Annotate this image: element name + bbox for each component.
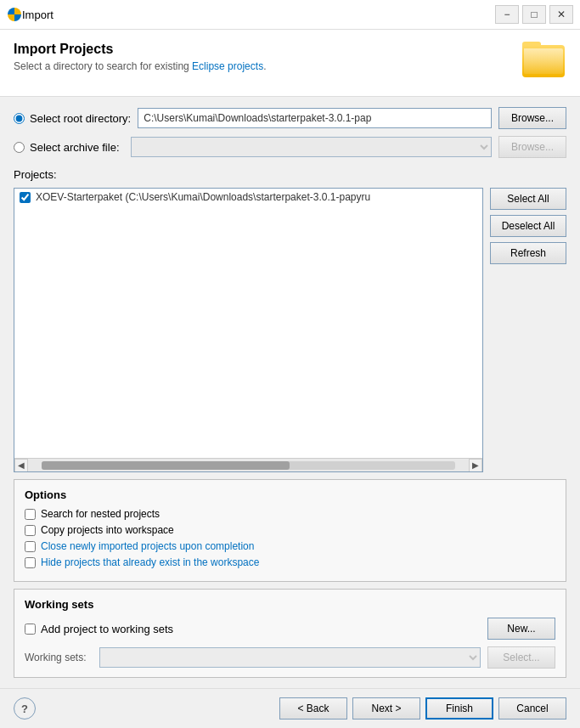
add-working-sets-row: Add project to working sets New...	[25, 618, 555, 640]
root-directory-input[interactable]	[138, 108, 492, 128]
select-all-button[interactable]: Select All	[490, 188, 566, 210]
root-directory-radio[interactable]	[14, 113, 25, 124]
root-directory-radio-label[interactable]: Select root directory:	[14, 112, 131, 125]
project-label: XOEV-Starterpaket (C:\Users\Kumai\Downlo…	[36, 191, 370, 203]
header-text: Import Projects Select a directory to se…	[14, 42, 514, 72]
refresh-button[interactable]: Refresh	[490, 242, 566, 264]
new-working-set-button[interactable]: New...	[487, 618, 555, 640]
title-bar: Import − □ ✕	[0, 0, 580, 30]
hide-projects-label: Hide projects that already exist in the …	[41, 556, 259, 568]
projects-list[interactable]: XOEV-Starterpaket (C:\Users\Kumai\Downlo…	[14, 189, 482, 458]
archive-file-browse-button[interactable]: Browse...	[498, 136, 566, 158]
projects-label: Projects:	[14, 168, 566, 181]
nested-projects-checkbox[interactable]	[25, 509, 36, 520]
dialog-body: Import Projects Select a directory to se…	[0, 30, 580, 728]
archive-file-radio[interactable]	[14, 142, 25, 153]
working-sets-label: Working sets:	[25, 652, 93, 663]
projects-list-container: XOEV-Starterpaket (C:\Users\Kumai\Downlo…	[14, 188, 483, 472]
footer-buttons: < Back Next > Finish Cancel	[279, 697, 566, 720]
working-sets-select-row: Working sets: Select...	[25, 646, 555, 669]
add-working-sets-checkbox[interactable]	[25, 624, 36, 635]
back-button[interactable]: < Back	[279, 697, 347, 720]
working-sets-combo[interactable]	[99, 647, 481, 668]
dialog-footer: ? < Back Next > Finish Cancel	[0, 688, 580, 728]
nested-projects-row: Search for nested projects	[25, 508, 555, 520]
options-title: Options	[25, 488, 555, 501]
minimize-button[interactable]: −	[495, 5, 519, 24]
app-icon	[7, 7, 22, 22]
archive-file-label: Select archive file:	[30, 141, 120, 154]
close-projects-checkbox[interactable]	[25, 541, 36, 552]
root-directory-row: Select root directory: Browse...	[14, 107, 566, 129]
options-section: Options Search for nested projects Copy …	[14, 479, 566, 582]
copy-projects-row: Copy projects into workspace	[25, 524, 555, 536]
maximize-button[interactable]: □	[522, 5, 546, 24]
archive-file-radio-label[interactable]: Select archive file:	[14, 141, 124, 154]
horizontal-scrollbar[interactable]: ◀ ▶	[14, 458, 482, 471]
dialog-content: Select root directory: Browse... Select …	[0, 97, 580, 688]
projects-buttons: Select All Deselect All Refresh	[490, 188, 566, 472]
header-folder-icon	[522, 42, 566, 86]
table-row: XOEV-Starterpaket (C:\Users\Kumai\Downlo…	[14, 189, 482, 206]
working-sets-section: Working sets Add project to working sets…	[14, 589, 566, 678]
help-button[interactable]: ?	[14, 697, 36, 720]
add-working-sets-label: Add project to working sets	[41, 623, 173, 635]
archive-file-row: Select archive file: Browse...	[14, 136, 566, 158]
finish-button[interactable]: Finish	[425, 697, 493, 720]
close-projects-row: Close newly imported projects upon compl…	[25, 540, 555, 552]
archive-file-combo[interactable]	[131, 137, 492, 157]
close-projects-label: Close newly imported projects upon compl…	[41, 540, 254, 552]
scroll-right-arrow[interactable]: ▶	[469, 459, 482, 472]
dialog-header: Import Projects Select a directory to se…	[0, 30, 580, 97]
window-controls: − □ ✕	[495, 5, 573, 24]
copy-projects-label: Copy projects into workspace	[41, 524, 174, 536]
scroll-track	[42, 461, 455, 470]
hide-projects-row: Hide projects that already exist in the …	[25, 556, 555, 568]
root-directory-label: Select root directory:	[30, 112, 131, 125]
dialog-title: Import Projects	[14, 42, 514, 57]
next-button[interactable]: Next >	[352, 697, 420, 720]
deselect-all-button[interactable]: Deselect All	[490, 215, 566, 237]
scroll-left-arrow[interactable]: ◀	[14, 459, 28, 472]
nested-projects-label: Search for nested projects	[41, 508, 160, 520]
copy-projects-checkbox[interactable]	[25, 525, 36, 536]
dialog-subtitle: Select a directory to search for existin…	[14, 60, 514, 72]
projects-area: XOEV-Starterpaket (C:\Users\Kumai\Downlo…	[14, 188, 566, 472]
project-checkbox[interactable]	[20, 192, 31, 203]
working-sets-title: Working sets	[25, 598, 555, 611]
scroll-thumb	[42, 461, 290, 470]
hide-projects-checkbox[interactable]	[25, 557, 36, 568]
select-working-set-button[interactable]: Select...	[487, 646, 555, 669]
close-button[interactable]: ✕	[549, 5, 573, 24]
eclipse-projects-link: Eclipse projects	[192, 60, 263, 72]
window-title: Import	[22, 8, 495, 21]
root-directory-browse-button[interactable]: Browse...	[498, 107, 566, 129]
cancel-button[interactable]: Cancel	[498, 697, 566, 720]
